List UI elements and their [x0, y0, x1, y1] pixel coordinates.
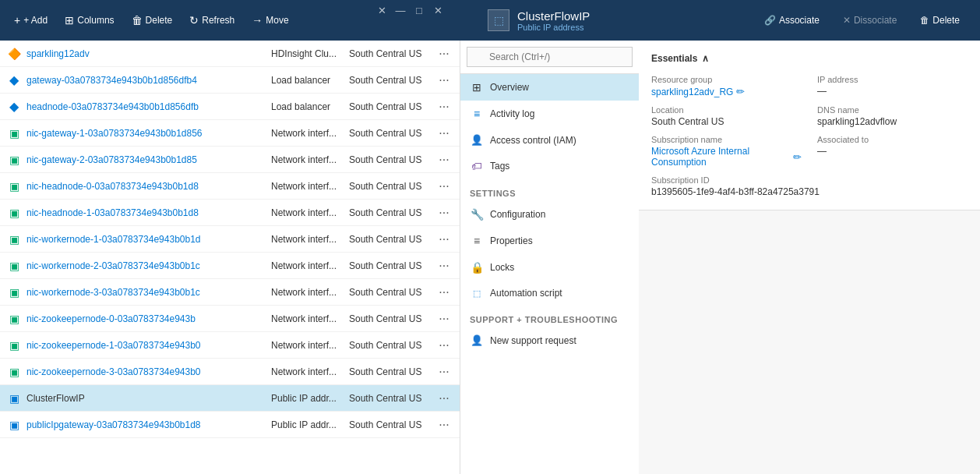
nav-item-tags[interactable]: 🏷 Tags: [460, 153, 639, 179]
nav-item-overview[interactable]: ⊞ Overview: [460, 74, 639, 101]
nav-item-locks[interactable]: 🔒 Locks: [460, 254, 639, 281]
associate-button[interactable]: 🔗 Associate: [756, 10, 827, 30]
dns-name-value: sparkling12advflow: [817, 116, 897, 127]
list-item[interactable]: ▣ nic-workernode-1-03a0783734e943b0b1d N…: [0, 226, 460, 253]
list-item[interactable]: ▣ nic-zookeepernode-3-03a0783734e943b0 N…: [0, 359, 460, 385]
nav-item-automation-script[interactable]: ⬚ Automation script: [460, 281, 639, 306]
nav-label-activity-log: Activity log: [490, 108, 534, 119]
resource-location: South Central US: [349, 154, 435, 165]
resource-type: Network interf...: [271, 340, 349, 351]
minimize-icon[interactable]: —: [393, 3, 407, 17]
more-icon[interactable]: ···: [435, 338, 453, 352]
nav-item-configuration[interactable]: 🔧 Configuration: [460, 201, 639, 228]
pin-icon[interactable]: ✕: [375, 3, 389, 17]
support-section-label: SUPPORT + TROUBLESHOOTING: [460, 306, 639, 327]
delete-label: Delete: [146, 15, 173, 26]
more-icon[interactable]: ···: [435, 391, 453, 405]
refresh-button[interactable]: ↻ Refresh: [182, 9, 242, 31]
main-area: 🔶 sparkling12adv HDInsight Clu... South …: [0, 41, 980, 474]
delete-button[interactable]: 🗑 Delete: [124, 9, 181, 31]
list-item[interactable]: ◆ gateway-03a0783734e943b0b1d856dfb4 Loa…: [0, 67, 460, 94]
nav-item-activity-log[interactable]: ≡ Activity log: [460, 101, 639, 127]
resource-type: Network interf...: [271, 234, 349, 245]
overview-icon: ⊞: [470, 81, 484, 94]
resource-icon: ▣: [6, 179, 22, 194]
resource-location: South Central US: [349, 393, 435, 404]
more-icon[interactable]: ···: [435, 73, 453, 87]
list-item-selected[interactable]: ▣ ClusterFlowIP Public IP addr... South …: [0, 385, 460, 412]
move-button[interactable]: → Move: [244, 9, 296, 31]
more-icon[interactable]: ···: [435, 100, 453, 114]
resource-icon: ▣: [6, 285, 22, 300]
more-icon[interactable]: ···: [435, 259, 453, 273]
resource-location: South Central US: [349, 75, 435, 86]
columns-icon: ⊞: [65, 14, 74, 27]
list-item[interactable]: ▣ nic-headnode-0-03a0783734e943b0b1d8 Ne…: [0, 173, 460, 200]
associated-to-label: Associated to: [817, 135, 968, 144]
list-item[interactable]: ◆ headnode-03a0783734e943b0b1d856dfb Loa…: [0, 94, 460, 120]
configuration-icon: 🔧: [470, 208, 484, 221]
more-icon[interactable]: ···: [435, 232, 453, 246]
list-item[interactable]: ▣ publicIpgateway-03a0783734e943b0b1d8 P…: [0, 412, 460, 438]
list-item[interactable]: ▣ nic-gateway-2-03a0783734e943b0b1d85 Ne…: [0, 147, 460, 173]
add-button[interactable]: + + Add: [6, 9, 55, 31]
list-item[interactable]: ▣ nic-workernode-3-03a0783734e943b0b1c N…: [0, 279, 460, 306]
resource-group-value[interactable]: sparkling12adv_RG: [651, 87, 733, 97]
resource-name: sparkling12adv: [26, 48, 271, 59]
search-box: 🔍: [460, 41, 639, 74]
resource-location: South Central US: [349, 287, 435, 298]
list-item[interactable]: ▣ nic-gateway-1-03a0783734e943b0b1d856 N…: [0, 120, 460, 147]
edit-subscription-icon[interactable]: ✏: [793, 151, 802, 163]
right-details-panel: Essentials ∧ Resource group sparkling12a…: [639, 41, 980, 474]
list-item[interactable]: 🔶 sparkling12adv HDInsight Clu... South …: [0, 41, 460, 67]
more-icon[interactable]: ···: [435, 206, 453, 220]
chevron-up-icon[interactable]: ∧: [702, 53, 709, 64]
more-icon[interactable]: ···: [435, 179, 453, 193]
nav-item-new-support[interactable]: 👤 New support request: [460, 327, 639, 353]
subscription-value[interactable]: Microsoft Azure Internal Consumption: [651, 146, 790, 168]
edit-resource-group-icon[interactable]: ✏: [736, 86, 745, 97]
dissociate-button[interactable]: ✕ Dissociate: [835, 10, 904, 30]
columns-button[interactable]: ⊞ Columns: [57, 9, 122, 31]
resource-icon: ◆: [6, 99, 22, 115]
nav-item-access-control[interactable]: 👤 Access control (IAM): [460, 127, 639, 153]
essentials-header: Essentials ∧: [651, 53, 968, 64]
more-icon[interactable]: ···: [435, 365, 453, 379]
list-item[interactable]: ▣ nic-zookeepernode-0-03a0783734e943b Ne…: [0, 306, 460, 332]
tags-icon: 🏷: [470, 160, 484, 172]
ip-address-label: IP address: [817, 75, 968, 84]
delete-right-button[interactable]: 🗑 Delete: [912, 10, 968, 30]
list-item[interactable]: ▣ nic-zookeepernode-1-03a0783734e943b0 N…: [0, 332, 460, 359]
search-input[interactable]: [467, 47, 633, 67]
close-icon[interactable]: ✕: [431, 3, 445, 17]
resource-type: Network interf...: [271, 181, 349, 192]
top-toolbar-area: + + Add ⊞ Columns 🗑 Delete ↻ Refresh → M…: [0, 0, 980, 41]
resource-location: South Central US: [349, 340, 435, 351]
more-icon[interactable]: ···: [435, 285, 453, 299]
window-controls: ✕ — □ ✕: [370, 0, 445, 41]
essentials-title: Essentials: [651, 53, 697, 64]
more-icon[interactable]: ···: [435, 153, 453, 167]
more-icon[interactable]: ···: [435, 47, 453, 61]
refresh-label: Refresh: [202, 15, 234, 26]
resource-location: South Central US: [349, 313, 435, 324]
list-item[interactable]: ▣ nic-headnode-1-03a0783734e943b0b1d8 Ne…: [0, 200, 460, 226]
nav-item-properties[interactable]: ≡ Properties: [460, 228, 639, 254]
activity-log-icon: ≡: [470, 108, 484, 120]
maximize-icon[interactable]: □: [412, 3, 426, 17]
resource-location: South Central US: [349, 207, 435, 218]
location-item: Location South Central US: [651, 105, 802, 127]
list-item[interactable]: ▣ nic-workernode-2-03a0783734e943b0b1c N…: [0, 253, 460, 279]
trash-icon: 🗑: [132, 14, 143, 27]
subscription-id-item: Subscription ID b1395605-1fe9-4af4-b3ff-…: [651, 175, 968, 197]
resource-type: Network interf...: [271, 313, 349, 324]
nav-label-access-control: Access control (IAM): [490, 135, 576, 146]
resource-type: Network interf...: [271, 128, 349, 139]
more-icon[interactable]: ···: [435, 126, 453, 140]
more-icon[interactable]: ···: [435, 418, 453, 432]
resource-name: nic-gateway-2-03a0783734e943b0b1d85: [26, 154, 271, 165]
more-icon[interactable]: ···: [435, 312, 453, 326]
resource-type-label: Public IP address: [517, 23, 590, 32]
dissociate-label: Dissociate: [854, 15, 897, 26]
resource-location: South Central US: [349, 234, 435, 245]
